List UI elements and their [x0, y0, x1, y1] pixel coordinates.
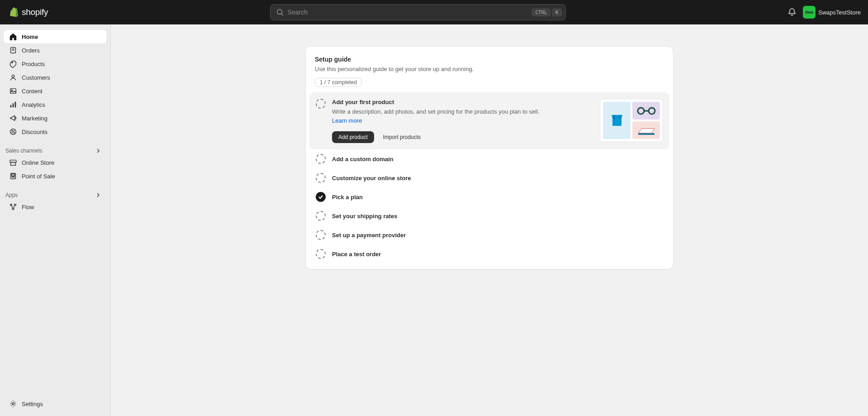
setup-step-test-order[interactable]: Place a test order [309, 244, 669, 263]
notifications-icon[interactable] [787, 8, 797, 17]
card-subtitle: Use this personalized guide to get your … [315, 66, 664, 72]
svg-rect-28 [638, 133, 655, 135]
svg-rect-11 [15, 102, 16, 108]
step-checkbox[interactable] [316, 211, 326, 221]
svg-rect-7 [10, 89, 16, 94]
topbar: shopify Search CTRL K Swa SwapsTestStore [0, 0, 868, 24]
svg-rect-17 [11, 174, 14, 176]
content-icon [9, 87, 17, 95]
sidebar-item-label: Settings [22, 401, 43, 407]
section-label: Sales channels [5, 148, 42, 154]
setup-step-custom-domain[interactable]: Add a custom domain [309, 149, 669, 168]
sidebar-item-discounts[interactable]: Discounts [4, 125, 107, 139]
sidebar-item-orders[interactable]: Orders [4, 43, 107, 57]
sidebar-item-settings[interactable]: Settings [4, 397, 107, 411]
add-product-button[interactable]: Add product [332, 131, 374, 143]
main-content: Setup guide Use this personalized guide … [111, 24, 868, 416]
progress-pill: 1 / 7 completed [315, 78, 362, 87]
import-products-button[interactable]: Import products [379, 131, 425, 143]
sidebar-item-label: Discounts [22, 129, 47, 135]
svg-point-22 [14, 204, 16, 206]
shopify-logo[interactable]: shopify [9, 7, 48, 18]
search-placeholder: Search [288, 9, 532, 16]
logo-text: shopify [22, 7, 48, 17]
step-title: Add a custom domain [332, 156, 394, 163]
step-checkbox[interactable] [316, 99, 326, 109]
step-checkbox[interactable] [316, 173, 326, 183]
sidebar-item-label: Online Store [22, 159, 54, 166]
customers-icon [9, 73, 17, 81]
svg-point-18 [12, 177, 12, 177]
step-title: Customize your online store [332, 175, 411, 182]
sidebar-item-customers[interactable]: Customers [4, 71, 107, 84]
section-label: Apps [5, 192, 18, 198]
svg-rect-9 [10, 105, 12, 107]
store-icon [9, 158, 17, 167]
step-title: Set up a payment provider [332, 232, 406, 239]
svg-point-5 [12, 62, 13, 63]
keyboard-shortcut: CTRL K [532, 9, 561, 16]
avatar: Swa [803, 6, 816, 19]
learn-more-link[interactable]: Learn more [332, 117, 362, 124]
step-checkbox[interactable] [316, 249, 326, 259]
sidebar-section-apps[interactable]: Apps [4, 189, 107, 200]
chevron-right-icon [95, 192, 101, 198]
setup-step-customize-store[interactable]: Customize your online store [309, 168, 669, 187]
pos-icon [9, 172, 17, 180]
svg-point-25 [638, 108, 644, 114]
sidebar-item-label: Point of Sale [22, 173, 55, 180]
marketing-icon [9, 114, 17, 122]
svg-point-21 [10, 204, 12, 206]
sidebar-item-marketing[interactable]: Marketing [4, 111, 107, 125]
shopify-icon [9, 7, 20, 18]
sidebar-item-label: Products [22, 61, 45, 67]
setup-step-add-product[interactable]: Add your first product Write a descripti… [309, 92, 669, 149]
sidebar-item-label: Customers [22, 74, 50, 81]
sidebar-item-online-store[interactable]: Online Store [4, 156, 107, 169]
svg-point-8 [11, 90, 12, 91]
setup-step-payment[interactable]: Set up a payment provider [309, 225, 669, 244]
svg-point-26 [649, 108, 655, 114]
svg-line-1 [281, 14, 283, 16]
sidebar-item-analytics[interactable]: Analytics [4, 98, 107, 111]
svg-point-14 [12, 130, 13, 131]
svg-point-6 [12, 75, 14, 77]
step-checkbox-done[interactable] [316, 192, 326, 202]
store-menu[interactable]: Swa SwapsTestStore [803, 6, 861, 19]
sidebar-item-label: Orders [22, 47, 40, 54]
step-title: Pick a plan [332, 194, 363, 201]
sidebar-item-label: Analytics [22, 101, 45, 108]
step-title: Place a test order [332, 251, 381, 258]
sidebar-item-products[interactable]: Products [4, 57, 107, 71]
step-description: Write a description, add photos, and set… [332, 107, 554, 125]
check-icon [318, 194, 323, 200]
svg-point-24 [12, 403, 14, 405]
setup-step-shipping[interactable]: Set your shipping rates [309, 206, 669, 225]
step-title: Add your first product [332, 99, 593, 105]
setup-step-pick-plan[interactable]: Pick a plan [309, 187, 669, 206]
svg-rect-10 [13, 103, 14, 107]
sidebar-item-home[interactable]: Home [4, 30, 107, 43]
setup-guide-card: Setup guide Use this personalized guide … [305, 46, 674, 269]
sidebar-item-point-of-sale[interactable]: Point of Sale [4, 169, 107, 183]
sidebar-item-flow[interactable]: Flow [4, 200, 107, 214]
search-input[interactable]: Search CTRL K [270, 4, 566, 20]
sidebar-item-label: Flow [22, 204, 34, 210]
orders-icon [9, 46, 17, 54]
step-checkbox[interactable] [316, 230, 326, 240]
home-icon [9, 33, 17, 41]
svg-point-20 [14, 177, 14, 177]
svg-point-0 [277, 10, 282, 14]
sidebar-item-label: Marketing [22, 115, 47, 122]
store-name: SwapsTestStore [818, 9, 861, 16]
sidebar-item-content[interactable]: Content [4, 84, 107, 98]
card-title: Setup guide [315, 56, 664, 63]
sidebar-item-label: Home [22, 33, 38, 40]
chevron-right-icon [95, 148, 101, 154]
sidebar-section-sales-channels[interactable]: Sales channels [4, 145, 107, 156]
analytics-icon [9, 100, 17, 109]
step-illustration [600, 99, 663, 142]
step-checkbox[interactable] [316, 154, 326, 164]
svg-point-23 [12, 208, 14, 210]
svg-point-19 [13, 177, 13, 177]
